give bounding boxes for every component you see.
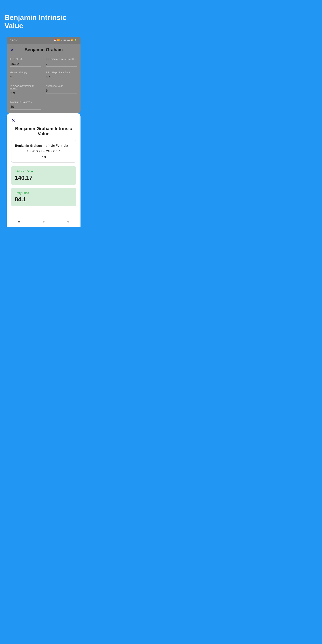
growth-label: Growth Multiply xyxy=(10,71,41,74)
growth-value[interactable]: 2 xyxy=(10,75,41,80)
phone-screen-title: Benjamin Graham xyxy=(24,47,62,52)
eps-label: EPS (TTM) xyxy=(10,58,41,60)
form-field-year: Number of year 6 xyxy=(46,84,77,96)
intrinsic-value-amount: 140.17 xyxy=(15,174,72,181)
wifi-icon: 📶 xyxy=(57,39,60,41)
form-field-eps: EPS (TTM) 10.70 xyxy=(10,58,41,67)
intrinsic-value-label: Intrinsic Value xyxy=(15,170,72,173)
entry-price-card: Entry Price 84.1 xyxy=(11,188,76,206)
pe-value[interactable]: 7 xyxy=(46,62,77,67)
rr-value[interactable]: 4.4 xyxy=(46,75,77,80)
eps-value[interactable]: 10.70 xyxy=(10,62,41,67)
signal-text: VoLTE 4G xyxy=(60,39,70,41)
phone-content: ✕ Benjamin Graham EPS (TTM) 10.70 PE Rat… xyxy=(7,44,80,113)
pe-label: PE Ratio of a zero Growth... xyxy=(46,58,77,60)
y-value[interactable]: 7.9 xyxy=(10,91,41,96)
nav-dot-3[interactable] xyxy=(67,221,69,222)
formula-box: Benjamin Graham Intrinsic Formula 10.70 … xyxy=(11,140,76,162)
phone-screen: 14:17 ⏰ 📶 VoLTE 4G 📶 🔋 ✕ Benjamin Graham… xyxy=(7,37,80,113)
rr-label: RR = Repo Rate Bank xyxy=(46,71,77,74)
margin-label: Margin Of Safety % xyxy=(10,100,41,103)
year-value[interactable]: 6 xyxy=(46,88,77,94)
status-time: 14:17 xyxy=(10,38,18,42)
y-label: Y = AAA Government Bond... xyxy=(10,84,41,90)
form-field-pe: PE Ratio of a zero Growth... 7 xyxy=(46,58,77,67)
nav-bar xyxy=(7,216,80,227)
battery-icon: 🔋 xyxy=(74,39,77,41)
sheet-close-button[interactable]: ✕ xyxy=(11,118,76,124)
close-phone-button[interactable]: ✕ xyxy=(10,47,14,52)
form-field-growth: Growth Multiply 2 xyxy=(10,71,41,80)
form-field-margin: Margin Of Safety % 40 xyxy=(10,100,41,110)
entry-price-label: Entry Price xyxy=(15,191,72,194)
bottom-sheet: ✕ Benjamin Graham Intrinsic Value Benjam… xyxy=(7,113,80,216)
alarm-icon: ⏰ xyxy=(54,39,56,41)
form-grid: EPS (TTM) 10.70 PE Ratio of a zero Growt… xyxy=(10,58,77,110)
formula-numerator: 10.70 X (7 + 2G) X 4.4 xyxy=(15,149,72,153)
signal-icon: 📶 xyxy=(71,39,73,41)
margin-value[interactable]: 40 xyxy=(10,105,41,110)
intrinsic-value-card: Intrinsic Value 140.17 xyxy=(11,166,76,185)
year-label: Number of year xyxy=(46,84,77,87)
page-title: Benjamin Intrinsic Value xyxy=(0,14,87,30)
sheet-title: Benjamin Graham Intrinsic Value xyxy=(11,126,76,136)
status-icons: ⏰ 📶 VoLTE 4G 📶 🔋 xyxy=(54,39,77,41)
nav-dot-2[interactable] xyxy=(43,221,44,222)
status-bar: 14:17 ⏰ 📶 VoLTE 4G 📶 🔋 xyxy=(7,37,80,44)
form-field-y: Y = AAA Government Bond... 7.9 xyxy=(10,84,41,96)
phone-header: ✕ Benjamin Graham xyxy=(10,47,77,52)
form-field-rr: RR = Repo Rate Bank 4.4 xyxy=(46,71,77,80)
formula-title: Benjamin Graham Intrinsic Formula xyxy=(15,144,72,147)
nav-dot-1[interactable] xyxy=(18,221,20,222)
formula-denominator: 7.9 xyxy=(15,154,72,159)
entry-price-amount: 84.1 xyxy=(15,196,72,203)
